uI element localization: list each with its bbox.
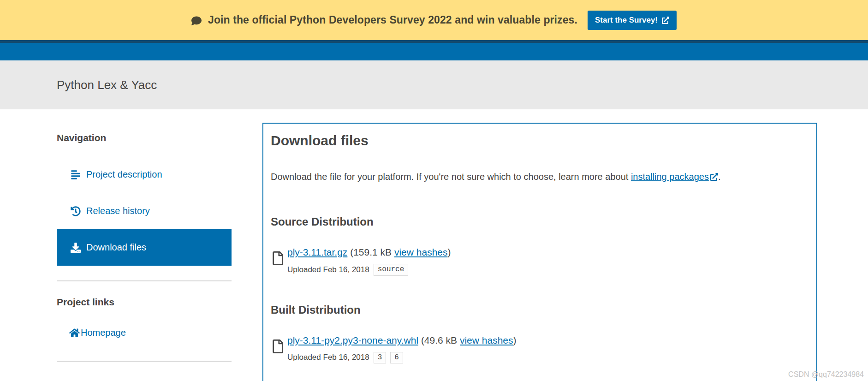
align-left-icon <box>70 170 81 180</box>
navigation-list: Project description Release history Down… <box>57 156 232 266</box>
nav-item-label: Download files <box>86 242 146 253</box>
intro-suffix: . <box>718 172 721 182</box>
intro-prefix: Download the file for your platform. If … <box>271 172 631 182</box>
file-info: ply-3.11-py2.py3-none-any.whl (49.6 kB v… <box>287 335 517 364</box>
file-size: (49.6 kB <box>418 335 460 345</box>
file-title-line: ply-3.11.tar.gz (159.1 kB view hashes) <box>287 247 451 258</box>
file-type-tag: 6 <box>390 352 403 364</box>
sidebar-divider <box>57 280 232 281</box>
file-size: (159.1 kB <box>347 247 394 257</box>
sidebar: Navigation Project description Release h… <box>57 132 232 362</box>
sidebar-item-project-description[interactable]: Project description <box>57 156 232 193</box>
history-icon <box>70 206 81 216</box>
sidebar-item-download-files[interactable]: Download files <box>57 229 232 266</box>
file-size-close: ) <box>447 247 451 257</box>
view-hashes-link[interactable]: view hashes <box>460 335 513 345</box>
file-link[interactable]: ply-3.11-py2.py3-none-any.whl <box>287 335 418 345</box>
project-header: Python Lex & Yacc <box>0 60 868 109</box>
start-survey-button[interactable]: Start the Survey! <box>588 11 677 30</box>
installing-packages-link[interactable]: installing packages <box>631 172 718 182</box>
sidebar-item-release-history[interactable]: Release history <box>57 193 232 229</box>
source-distribution-heading: Source Distribution <box>271 215 809 228</box>
view-hashes-link[interactable]: view hashes <box>394 247 448 257</box>
uploaded-date: Uploaded Feb 16, 2018 <box>287 353 369 362</box>
survey-message: Join the official Python Developers Surv… <box>208 14 577 26</box>
file-link[interactable]: ply-3.11.tar.gz <box>287 247 347 257</box>
file-upload-line: Uploaded Feb 16, 2018 source <box>287 264 451 276</box>
file-entry-built: ply-3.11-py2.py3-none-any.whl (49.6 kB v… <box>273 335 809 364</box>
homepage-label: Homepage <box>81 327 126 338</box>
file-icon <box>273 251 283 265</box>
site-header-bar <box>0 43 868 60</box>
nav-item-label: Project description <box>86 169 162 180</box>
download-files-panel: Download files Download the file for you… <box>262 123 817 381</box>
survey-banner: Join the official Python Developers Surv… <box>0 0 868 40</box>
file-icon <box>273 339 283 353</box>
file-type-tag: source <box>374 264 409 276</box>
start-survey-label: Start the Survey! <box>595 16 658 25</box>
external-link-icon <box>710 173 718 180</box>
file-type-tag: 3 <box>374 352 386 364</box>
project-title: Python Lex & Yacc <box>57 78 157 92</box>
project-links-heading: Project links <box>57 297 232 308</box>
download-icon <box>70 243 81 253</box>
external-link-icon <box>662 17 669 24</box>
watermark: CSDN @qq742234984 <box>788 370 864 379</box>
built-distribution-heading: Built Distribution <box>271 304 809 316</box>
sidebar-link-homepage[interactable]: Homepage <box>69 327 126 338</box>
intro-text: Download the file for your platform. If … <box>271 172 809 182</box>
file-entry-source: ply-3.11.tar.gz (159.1 kB view hashes) U… <box>273 247 809 276</box>
sidebar-divider <box>57 361 232 362</box>
file-upload-line: Uploaded Feb 16, 2018 3 6 <box>287 352 517 364</box>
nav-item-label: Release history <box>86 206 150 216</box>
file-title-line: ply-3.11-py2.py3-none-any.whl (49.6 kB v… <box>287 335 517 346</box>
navigation-heading: Navigation <box>57 132 232 143</box>
content-area: Navigation Project description Release h… <box>0 109 868 381</box>
installing-packages-label: installing packages <box>631 172 709 182</box>
file-size-close: ) <box>513 335 517 345</box>
file-info: ply-3.11.tar.gz (159.1 kB view hashes) U… <box>287 247 451 276</box>
page-title: Download files <box>271 133 809 149</box>
comment-icon <box>191 16 202 26</box>
home-icon <box>69 328 80 338</box>
uploaded-date: Uploaded Feb 16, 2018 <box>287 265 369 274</box>
